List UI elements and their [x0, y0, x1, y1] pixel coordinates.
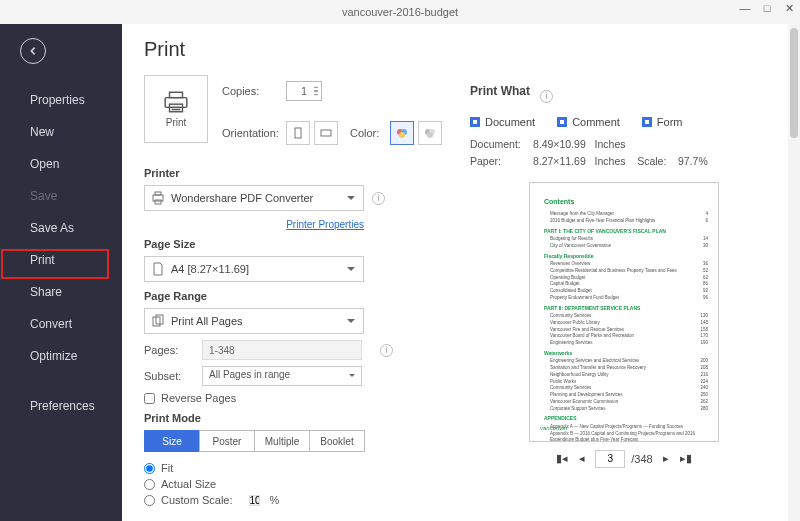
- pagesize-value: A4 [8.27×11.69]: [171, 263, 249, 275]
- info-icon[interactable]: i: [380, 344, 393, 357]
- mode-poster-button[interactable]: Poster: [199, 430, 255, 452]
- page-title: Print: [144, 38, 454, 61]
- svg-rect-0: [170, 92, 183, 97]
- print-action-tile[interactable]: Print: [144, 75, 208, 143]
- info-icon[interactable]: i: [540, 90, 553, 103]
- orientation-portrait-button[interactable]: [286, 121, 310, 145]
- sidebar-item-convert[interactable]: Convert: [0, 308, 122, 340]
- printmode-section-header: Print Mode: [144, 412, 454, 424]
- printer-icon: [151, 191, 165, 205]
- page-preview: Contents Message from the City Manager42…: [529, 182, 719, 442]
- custom-scale-radio[interactable]: Custom Scale: %: [144, 494, 454, 506]
- sidebar-item-open[interactable]: Open: [0, 148, 122, 180]
- sidebar-item-optimize[interactable]: Optimize: [0, 340, 122, 372]
- printer-properties-link[interactable]: Printer Properties: [144, 219, 364, 230]
- pagerange-section-header: Page Range: [144, 290, 454, 302]
- pagerange-dropdown[interactable]: Print All Pages: [144, 308, 364, 334]
- reverse-pages-label: Reverse Pages: [161, 392, 236, 404]
- svg-point-9: [399, 132, 405, 138]
- sidebar-item-preferences[interactable]: Preferences: [0, 390, 122, 422]
- subset-dropdown[interactable]: All Pages in range: [202, 366, 362, 386]
- color-gray-button[interactable]: [418, 121, 442, 145]
- window-title: vancouver-2016-budget: [342, 6, 458, 18]
- color-label: Color:: [350, 127, 390, 139]
- info-icon[interactable]: i: [372, 192, 385, 205]
- document-dimensions: Document: 8.49×10.99 Inches Paper: 8.27×…: [470, 136, 778, 170]
- sidebar-item-new[interactable]: New: [0, 116, 122, 148]
- sidebar-item-share[interactable]: Share: [0, 276, 122, 308]
- pages-label: Pages:: [144, 344, 192, 356]
- printwhat-comment-checkbox[interactable]: Comment: [557, 116, 620, 128]
- printwhat-header: Print What: [470, 84, 530, 98]
- minimize-button[interactable]: —: [738, 2, 752, 15]
- mode-multiple-button[interactable]: Multiple: [254, 430, 310, 452]
- copies-input[interactable]: 1: [286, 81, 322, 101]
- printer-icon: [163, 91, 189, 113]
- pagerange-value: Print All Pages: [171, 315, 243, 327]
- copies-label: Copies:: [222, 85, 286, 97]
- sidebar-item-properties[interactable]: Properties: [0, 84, 122, 116]
- svg-point-12: [427, 132, 433, 138]
- maximize-button[interactable]: □: [760, 2, 774, 15]
- back-button[interactable]: [20, 38, 46, 64]
- printwhat-form-checkbox[interactable]: Form: [642, 116, 683, 128]
- pager-first-button[interactable]: ▮◂: [555, 452, 569, 465]
- page-icon: [151, 262, 165, 276]
- sidebar-item-print[interactable]: Print: [0, 244, 122, 276]
- vertical-scrollbar[interactable]: [788, 24, 800, 521]
- subset-label: Subset:: [144, 370, 192, 382]
- sidebar-item-save: Save: [0, 180, 122, 212]
- mode-size-button[interactable]: Size: [144, 430, 200, 452]
- color-color-button[interactable]: [390, 121, 414, 145]
- sidebar-item-save-as[interactable]: Save As: [0, 212, 122, 244]
- pagesize-section-header: Page Size: [144, 238, 454, 250]
- printer-dropdown[interactable]: Wondershare PDF Converter: [144, 185, 364, 211]
- svg-rect-1: [165, 97, 187, 107]
- pages-icon: [151, 314, 165, 328]
- reverse-pages-checkbox[interactable]: Reverse Pages: [144, 392, 454, 404]
- pager-current-input[interactable]: [595, 450, 625, 468]
- custom-scale-input[interactable]: [249, 495, 260, 506]
- mode-booklet-button[interactable]: Booklet: [309, 430, 365, 452]
- printwhat-document-checkbox[interactable]: Document: [470, 116, 535, 128]
- pages-input[interactable]: [202, 340, 362, 360]
- pager-last-button[interactable]: ▸▮: [679, 452, 693, 465]
- sidebar: PropertiesNewOpenSaveSave AsPrintShareCo…: [0, 24, 122, 521]
- fit-radio[interactable]: Fit: [144, 462, 454, 474]
- actual-size-radio[interactable]: Actual Size: [144, 478, 454, 490]
- pager-prev-button[interactable]: ◂: [575, 452, 589, 465]
- close-button[interactable]: ✕: [782, 2, 796, 15]
- orientation-label: Orientation:: [222, 127, 286, 139]
- reverse-pages-input[interactable]: [144, 393, 155, 404]
- preview-logo: vancouver: [540, 424, 568, 433]
- printer-value: Wondershare PDF Converter: [171, 192, 313, 204]
- pager-next-button[interactable]: ▸: [659, 452, 673, 465]
- print-tile-label: Print: [166, 117, 187, 128]
- pager-total: /348: [631, 453, 652, 465]
- svg-rect-14: [155, 192, 161, 195]
- printer-section-header: Printer: [144, 167, 454, 179]
- svg-rect-5: [295, 128, 301, 138]
- svg-rect-6: [321, 130, 331, 136]
- pagesize-dropdown[interactable]: A4 [8.27×11.69]: [144, 256, 364, 282]
- orientation-landscape-button[interactable]: [314, 121, 338, 145]
